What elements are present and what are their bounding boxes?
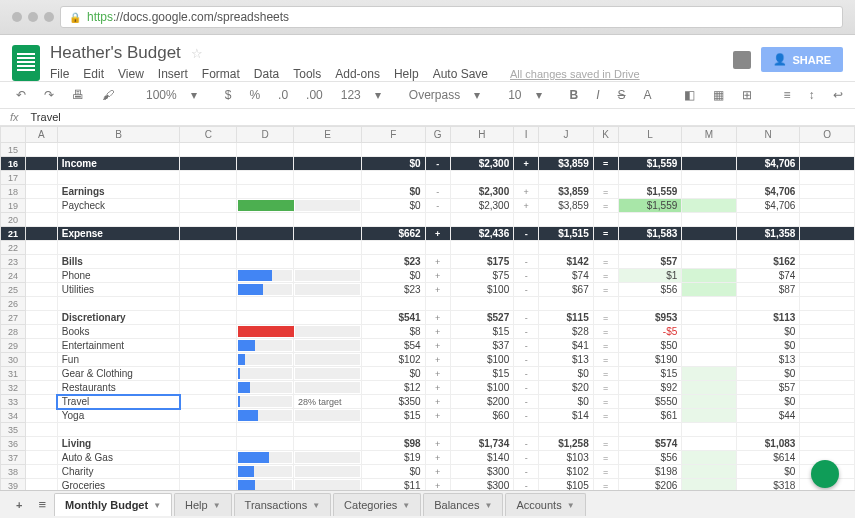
row-header[interactable]: 34 <box>1 409 26 423</box>
cell[interactable] <box>425 423 450 437</box>
cell[interactable] <box>293 423 361 437</box>
cell[interactable]: 28% target <box>293 395 361 409</box>
row-header[interactable]: 33 <box>1 395 26 409</box>
cell[interactable] <box>293 269 361 283</box>
cell[interactable]: - <box>514 437 539 451</box>
cell[interactable]: Phone <box>57 269 180 283</box>
cell[interactable]: - <box>514 255 539 269</box>
strike-icon[interactable]: S <box>614 86 630 104</box>
cell[interactable]: $15 <box>450 325 514 339</box>
cell[interactable] <box>25 157 57 171</box>
cell[interactable] <box>25 423 57 437</box>
cell[interactable]: Entertainment <box>57 339 180 353</box>
row-header[interactable]: 32 <box>1 381 26 395</box>
cell[interactable] <box>180 297 237 311</box>
cell[interactable]: - <box>425 199 450 213</box>
cell[interactable]: - <box>514 283 539 297</box>
menu-auto-save[interactable]: Auto Save <box>433 67 488 81</box>
cell[interactable]: Discretionary <box>57 311 180 325</box>
cell[interactable] <box>25 353 57 367</box>
undo-icon[interactable]: ↶ <box>12 86 30 104</box>
cell[interactable] <box>618 241 682 255</box>
cell[interactable] <box>450 143 514 157</box>
tab-dropdown-icon[interactable]: ▼ <box>484 501 492 510</box>
cell[interactable]: + <box>425 227 450 241</box>
cell[interactable]: - <box>514 409 539 423</box>
column-header[interactable]: G <box>425 127 450 143</box>
cell[interactable] <box>800 199 855 213</box>
cell[interactable] <box>293 339 361 353</box>
cell[interactable] <box>736 213 800 227</box>
cell[interactable] <box>539 423 594 437</box>
cell[interactable] <box>25 185 57 199</box>
cell[interactable] <box>237 409 294 423</box>
cell[interactable]: Books <box>57 325 180 339</box>
cell[interactable]: = <box>593 339 618 353</box>
cell[interactable] <box>25 395 57 409</box>
cell[interactable] <box>593 213 618 227</box>
cell[interactable] <box>180 199 237 213</box>
row-header[interactable]: 16 <box>1 157 26 171</box>
cell[interactable] <box>237 255 294 269</box>
row-header[interactable]: 38 <box>1 465 26 479</box>
cell[interactable] <box>514 213 539 227</box>
cell[interactable]: $56 <box>618 283 682 297</box>
column-header[interactable]: K <box>593 127 618 143</box>
cell[interactable]: $23 <box>362 283 426 297</box>
cell[interactable] <box>25 199 57 213</box>
cell[interactable] <box>736 241 800 255</box>
cell[interactable] <box>800 157 855 171</box>
cell[interactable]: Charity <box>57 465 180 479</box>
cell[interactable] <box>682 199 737 213</box>
cell[interactable] <box>450 171 514 185</box>
add-sheet-button[interactable]: + <box>8 495 30 515</box>
cell[interactable] <box>800 213 855 227</box>
cell[interactable] <box>237 465 294 479</box>
row-header[interactable]: 37 <box>1 451 26 465</box>
menu-tools[interactable]: Tools <box>293 67 321 81</box>
dec-less-icon[interactable]: .0 <box>274 86 292 104</box>
cell[interactable]: + <box>514 157 539 171</box>
cell[interactable] <box>293 241 361 255</box>
fill-color-icon[interactable]: ◧ <box>680 86 699 104</box>
cell[interactable]: Restaurants <box>57 381 180 395</box>
cell[interactable]: - <box>425 157 450 171</box>
cell[interactable] <box>682 143 737 157</box>
tab-dropdown-icon[interactable]: ▼ <box>312 501 320 510</box>
cell[interactable] <box>237 241 294 255</box>
cell[interactable]: $50 <box>618 339 682 353</box>
print-icon[interactable]: 🖶 <box>68 86 88 104</box>
cell[interactable] <box>293 465 361 479</box>
menu-edit[interactable]: Edit <box>83 67 104 81</box>
cell[interactable] <box>800 255 855 269</box>
cell[interactable]: $67 <box>539 283 594 297</box>
cell[interactable] <box>618 213 682 227</box>
column-header[interactable]: L <box>618 127 682 143</box>
italic-icon[interactable]: I <box>592 86 603 104</box>
cell[interactable] <box>682 339 737 353</box>
cell[interactable]: $57 <box>736 381 800 395</box>
sheet-tab[interactable]: Transactions▼ <box>234 493 331 516</box>
column-header[interactable]: H <box>450 127 514 143</box>
cell[interactable] <box>180 395 237 409</box>
cell[interactable]: = <box>593 381 618 395</box>
cell[interactable]: - <box>514 353 539 367</box>
cell[interactable] <box>237 451 294 465</box>
cell[interactable]: $13 <box>736 353 800 367</box>
cell[interactable]: = <box>593 185 618 199</box>
cell[interactable] <box>736 423 800 437</box>
cell[interactable] <box>237 157 294 171</box>
cell[interactable] <box>25 269 57 283</box>
cell[interactable]: $37 <box>450 339 514 353</box>
cell[interactable]: + <box>425 353 450 367</box>
cell[interactable]: $15 <box>618 367 682 381</box>
cell[interactable]: $2,300 <box>450 199 514 213</box>
cell[interactable] <box>25 143 57 157</box>
column-header[interactable]: E <box>293 127 361 143</box>
cell[interactable] <box>25 283 57 297</box>
cell[interactable]: $190 <box>618 353 682 367</box>
cell[interactable]: + <box>425 437 450 451</box>
cell[interactable] <box>618 171 682 185</box>
column-header[interactable]: O <box>800 127 855 143</box>
cell[interactable]: $3,859 <box>539 185 594 199</box>
